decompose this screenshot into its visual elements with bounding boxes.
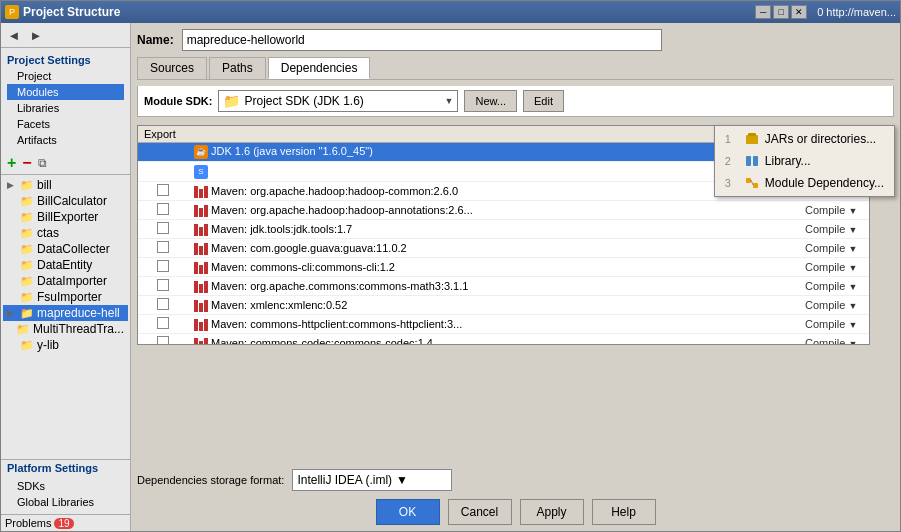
tree-item-fsuimporter[interactable]: 📁 FsuImporter [3,289,128,305]
export-checkbox[interactable] [157,279,169,291]
maven-icon [194,319,208,331]
export-checkbox[interactable] [157,241,169,253]
dep-scope[interactable]: Compile ▼ [799,258,869,277]
sidebar-item-modules[interactable]: Modules [7,84,124,100]
tree-item-billexporter[interactable]: 📁 BillExporter [3,209,128,225]
scope-dropdown[interactable]: Compile ▼ [805,318,857,330]
scope-dropdown[interactable]: Compile ▼ [805,204,857,216]
tree-item-ylib[interactable]: 📁 y-lib [3,337,128,353]
add-module-button[interactable]: + [5,154,18,172]
title-bar: P Project Structure ─ □ ✕ 0 http://maven… [1,1,900,23]
problems-badge: 19 [54,518,73,529]
table-row[interactable]: Maven: org.apache.hadoop:hadoop-annotati… [138,201,869,220]
maximize-button[interactable]: □ [773,5,789,19]
tree-item-billcalculator[interactable]: 📁 BillCalculator [3,193,128,209]
minimize-button[interactable]: ─ [755,5,771,19]
folder-icon: 📁 [20,195,34,208]
table-row[interactable]: Maven: org.apache.commons:commons-math3:… [138,277,869,296]
tree-item-ctas[interactable]: 📁 ctas [3,225,128,241]
popup-item-num: 3 [725,177,739,189]
scope-dropdown[interactable]: Compile ▼ [805,337,857,345]
edit-sdk-button[interactable]: Edit [523,90,564,112]
name-input[interactable] [182,29,662,51]
table-row[interactable]: Maven: commons-httpclient:commons-httpcl… [138,315,869,334]
tree-item-label: DataImporter [37,274,107,288]
storage-select[interactable]: IntelliJ IDEA (.iml) ▼ [292,469,452,491]
dep-name: Maven: org.apache.commons:commons-math3:… [188,277,799,296]
dep-scope[interactable]: Compile ▼ [799,334,869,345]
help-button[interactable]: Help [592,499,656,525]
new-sdk-button[interactable]: New... [464,90,517,112]
sidebar-item-libraries[interactable]: Libraries [7,100,124,116]
ok-button[interactable]: OK [376,499,440,525]
scope-arrow: ▼ [848,244,857,254]
dep-scope[interactable]: Compile ▼ [799,277,869,296]
tree-item-bill[interactable]: ▶ 📁 bill [3,177,128,193]
popup-item-module-dep[interactable]: 3 Module Dependency... [715,172,894,194]
tab-paths[interactable]: Paths [209,57,266,79]
popup-item-jars[interactable]: 1 JARs or directories... [715,128,894,150]
table-row[interactable]: Maven: com.google.guava:guava:11.0.2Comp… [138,239,869,258]
table-row[interactable]: Maven: xmlenc:xmlenc:0.52Compile ▼ [138,296,869,315]
sidebar-item-facets[interactable]: Facets [7,116,124,132]
dep-scope[interactable]: Compile ▼ [799,201,869,220]
folder-icon: 📁 [20,275,34,288]
tree-item-label: bill [37,178,52,192]
table-row[interactable]: Maven: commons-codec:commons-codec:1.4Co… [138,334,869,345]
export-checkbox[interactable] [157,298,169,310]
svg-line-6 [751,180,753,185]
export-checkbox[interactable] [157,260,169,272]
dep-name: S [188,162,799,182]
forward-button[interactable]: ► [26,26,46,44]
col-export: Export [138,126,188,143]
export-checkbox[interactable] [157,184,169,196]
back-button[interactable]: ◄ [4,26,24,44]
export-checkbox[interactable] [157,317,169,329]
folder-icon: 📁 [20,291,34,304]
module-tree: ▶ 📁 bill 📁 BillCalculator 📁 BillExporter [1,175,130,457]
svg-rect-3 [753,156,758,166]
folder-icon: 📁 [20,179,34,192]
table-row[interactable]: Maven: commons-cli:commons-cli:1.2Compil… [138,258,869,277]
scope-dropdown[interactable]: Compile ▼ [805,280,857,292]
cancel-button[interactable]: Cancel [448,499,512,525]
table-row[interactable]: Maven: jdk.tools:jdk.tools:1.7Compile ▼ [138,220,869,239]
apply-button[interactable]: Apply [520,499,584,525]
project-settings-label[interactable]: Project Settings [7,52,124,68]
dep-name: Maven: commons-httpclient:commons-httpcl… [188,315,799,334]
dep-scope[interactable]: Compile ▼ [799,296,869,315]
sidebar-item-global-libraries[interactable]: Global Libraries [7,494,124,510]
tree-item-multithreadtra[interactable]: 📁 MultiThreadTra... [3,321,128,337]
tree-item-label: BillExporter [37,210,98,224]
tree-item-dataimporter[interactable]: 📁 DataImporter [3,273,128,289]
tree-item-mapreduce[interactable]: ▶ 📁 mapreduce-hell [3,305,128,321]
scope-dropdown[interactable]: Compile ▼ [805,299,857,311]
tree-item-dataentity[interactable]: 📁 DataEntity [3,257,128,273]
export-checkbox[interactable] [157,222,169,234]
sidebar-item-project[interactable]: Project [7,68,124,84]
dep-scope[interactable]: Compile ▼ [799,239,869,258]
popup-item-library[interactable]: 2 Library... [715,150,894,172]
sdk-select[interactable]: 📁 Project SDK (JDK 1.6) ▼ [218,90,458,112]
close-button[interactable]: ✕ [791,5,807,19]
problems-label[interactable]: Problems [5,517,51,529]
tab-dependencies[interactable]: Dependencies [268,57,371,79]
sidebar-item-sdks[interactable]: SDKs [7,478,124,494]
dep-scope[interactable]: Compile ▼ [799,315,869,334]
scope-dropdown[interactable]: Compile ▼ [805,223,857,235]
scope-dropdown[interactable]: Compile ▼ [805,242,857,254]
sidebar-item-artifacts[interactable]: Artifacts [7,132,124,148]
dep-scope[interactable]: Compile ▼ [799,220,869,239]
module-dep-icon [745,177,759,189]
copy-module-button[interactable]: ⧉ [36,156,49,170]
delete-module-button[interactable]: − [20,154,33,172]
svg-rect-0 [746,135,758,144]
export-checkbox[interactable] [157,336,169,345]
tab-sources[interactable]: Sources [137,57,207,79]
tree-item-datacollecter[interactable]: 📁 DataCollecter [3,241,128,257]
scope-dropdown[interactable]: Compile ▼ [805,261,857,273]
platform-settings-label[interactable]: Platform Settings [1,459,130,476]
export-checkbox[interactable] [157,203,169,215]
sdk-label: Module SDK: [144,95,212,107]
library-icon [745,155,759,167]
